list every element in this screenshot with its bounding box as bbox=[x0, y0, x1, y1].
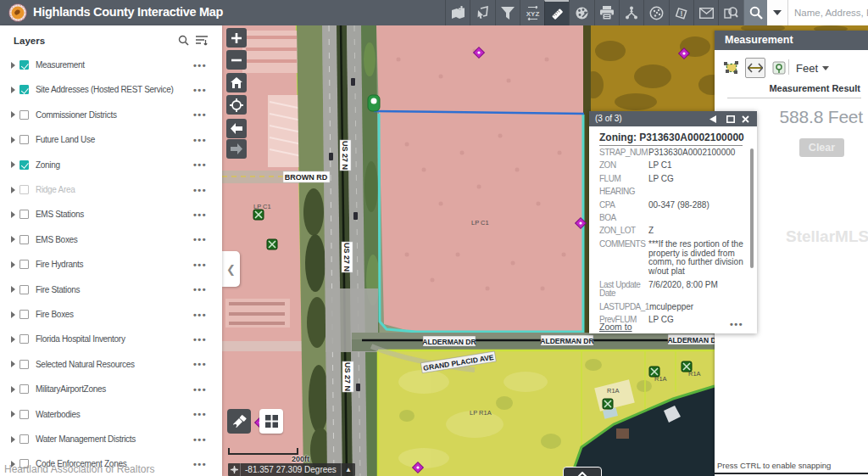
svg-text:US 27 N: US 27 N bbox=[341, 141, 349, 170]
svg-text:LP C1: LP C1 bbox=[471, 219, 489, 227]
svg-text:ALDERMAN DR: ALDERMAN DR bbox=[540, 337, 593, 345]
svg-text:ALDERMAN DR: ALDERMAN DR bbox=[422, 338, 476, 346]
svg-text:!: ! bbox=[681, 9, 683, 18]
svg-text:XYZ: XYZ bbox=[526, 9, 539, 17]
svg-text:R1A: R1A bbox=[607, 387, 620, 395]
svg-text:US 27 N: US 27 N bbox=[342, 243, 351, 272]
svg-text:BROWN RD: BROWN RD bbox=[285, 173, 328, 182]
svg-text:ALDERMAN D: ALDERMAN D bbox=[667, 336, 715, 344]
svg-text:US 27 N: US 27 N bbox=[343, 362, 352, 391]
svg-text:LP R1A: LP R1A bbox=[470, 409, 492, 417]
